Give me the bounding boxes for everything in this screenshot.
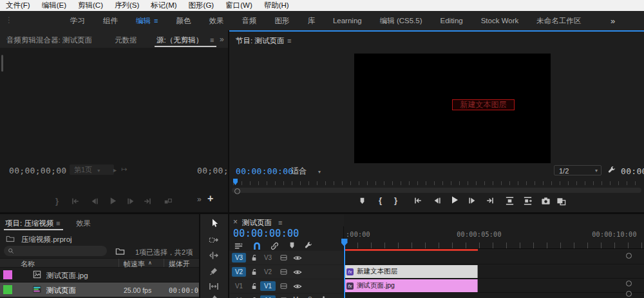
program-mini-ruler[interactable] <box>233 181 641 185</box>
tab-source-monitor[interactable]: 源:（无剪辑） <box>156 35 203 45</box>
menu-graphics[interactable]: 图形(G) <box>183 1 220 10</box>
source-step-back-button[interactable] <box>90 197 99 206</box>
page-jump-icon[interactable]: ↦ <box>121 165 127 174</box>
menu-help[interactable]: 帮助(H) <box>258 1 295 10</box>
timeline-position-timecode[interactable]: 00:00:00:00 <box>233 228 299 239</box>
snap-magnet-icon[interactable] <box>252 241 262 251</box>
track-target-v3[interactable]: V3 <box>260 253 276 263</box>
track-target-v1[interactable]: V1 <box>260 281 276 291</box>
workspace-graphics[interactable]: 图形 <box>265 16 298 26</box>
page-selector-dropdown[interactable]: 第1页▾ <box>70 164 114 175</box>
workspace-editing-active[interactable]: 编辑≡ <box>127 16 167 26</box>
slip-tool[interactable] <box>209 281 219 292</box>
item-name[interactable]: 测试页面 <box>46 286 76 295</box>
timeline-display-settings-icon[interactable] <box>234 241 243 251</box>
source-patch-v2[interactable]: V2 <box>232 267 246 277</box>
track-lock-icon[interactable] <box>250 282 258 290</box>
source-panel-menu-icon[interactable]: ≡ <box>210 36 214 44</box>
source-position-timecode[interactable]: 00;00;00;00 <box>9 166 66 175</box>
linked-selection-icon[interactable] <box>270 241 279 251</box>
tab-metadata[interactable]: 元数据 <box>115 35 137 45</box>
goto-out-button[interactable] <box>486 196 495 205</box>
column-separator[interactable] <box>164 259 164 267</box>
sort-ascending-icon[interactable]: ∧ <box>148 260 152 266</box>
sync-lock-icon[interactable] <box>279 268 288 276</box>
track-lock-icon[interactable] <box>250 253 258 262</box>
track-lane-v1[interactable]: fx 测试页面.jpg <box>344 279 644 293</box>
sync-lock-icon[interactable] <box>279 253 288 262</box>
export-frame-camera-button[interactable] <box>541 196 551 206</box>
tab-audio-clip-mixer[interactable]: 音频剪辑混合器: 测试页面 <box>6 35 92 45</box>
workspace-audio[interactable]: 音频 <box>232 16 265 26</box>
workspace-menu-icon[interactable]: ≡ <box>154 17 158 25</box>
workspace-color[interactable]: 颜色 <box>167 16 200 26</box>
track-visibility-eye-icon[interactable] <box>293 253 302 263</box>
program-position-timecode[interactable]: 00:00:00:00 <box>236 166 293 176</box>
playback-resolution-dropdown[interactable]: 1/2▾ <box>554 165 601 175</box>
page-next-icon[interactable]: ▸ <box>113 166 117 174</box>
project-item-row[interactable]: 测试页面.jpg <box>0 268 199 282</box>
column-separator[interactable] <box>118 259 119 267</box>
item-name[interactable]: 测试页面.jpg <box>46 271 88 281</box>
timeline-scroll-handle[interactable] <box>626 281 632 286</box>
tab-project[interactable]: 项目: 压缩视频 <box>5 219 53 228</box>
comparison-view-button[interactable] <box>556 196 566 206</box>
label-color-swatch[interactable] <box>3 285 12 294</box>
page-prev-icon[interactable]: ◂ <box>61 166 64 174</box>
timeline-panel-menu-icon[interactable]: ≡ <box>278 219 282 226</box>
menu-file[interactable]: 文件(F) <box>0 1 36 10</box>
clip-image[interactable]: fx 测试页面.jpg <box>344 279 478 292</box>
source-add-button[interactable]: + <box>207 193 213 204</box>
program-panel-menu-icon[interactable]: ≡ <box>287 37 291 45</box>
track-lane-v3[interactable] <box>344 251 644 264</box>
track-lock-icon[interactable] <box>250 268 258 276</box>
mark-out-button[interactable]: } <box>394 195 397 205</box>
voiceover-mic-icon[interactable] <box>319 295 328 298</box>
source-patch-a1[interactable]: A1 <box>232 295 246 298</box>
track-target-a1[interactable]: A1 <box>260 295 276 298</box>
timeline-scroll-handle[interactable] <box>626 291 632 297</box>
extract-button[interactable] <box>523 196 533 206</box>
mark-in-button[interactable]: { <box>379 195 382 205</box>
timeline-scroll-handle[interactable] <box>626 253 632 259</box>
source-patch-v1[interactable]: V1 <box>232 281 246 291</box>
step-back-button[interactable] <box>433 196 442 205</box>
timeline-add-marker-icon[interactable] <box>288 241 296 250</box>
source-mark-out-button[interactable]: } <box>55 196 59 206</box>
timeline-close-icon[interactable]: × <box>233 217 238 226</box>
workspace-learn[interactable]: 学习 <box>61 16 94 26</box>
pen-tool[interactable] <box>209 294 219 298</box>
project-item-row-selected[interactable]: 测试页面 25.00 fps 00:00:0 <box>0 283 199 297</box>
ripple-edit-tool[interactable] <box>209 250 219 261</box>
goto-in-button[interactable] <box>413 196 422 205</box>
source-tabs-overflow-icon[interactable]: » <box>220 35 224 44</box>
selected-text-layer[interactable]: 新建文本图层 <box>452 99 515 110</box>
source-overwrite-button[interactable] <box>164 197 173 206</box>
label-color-swatch[interactable] <box>3 270 12 279</box>
source-transport-overflow-icon[interactable]: » <box>197 195 202 204</box>
source-goto-in-button[interactable] <box>71 197 80 206</box>
workspace-edit-cs55[interactable]: 编辑 (CS5.5) <box>371 16 431 26</box>
track-target-v2[interactable]: V2 <box>260 267 276 277</box>
source-goto-out-button[interactable] <box>143 197 152 206</box>
project-panel-menu-icon[interactable]: ≡ <box>56 219 60 227</box>
zoom-level-dropdown[interactable]: 适合▾ <box>291 166 331 176</box>
clip-text-layer[interactable]: fx 新建文本图层 <box>344 265 478 278</box>
menu-sequence[interactable]: 序列(S) <box>109 1 145 10</box>
source-play-button[interactable] <box>108 196 118 206</box>
project-file-breadcrumb[interactable]: 压缩视频.prproj <box>21 235 72 244</box>
menu-edit[interactable]: 编辑(E) <box>36 1 72 10</box>
razor-tool[interactable] <box>209 266 219 276</box>
step-forward-button[interactable] <box>468 196 477 205</box>
program-settings-wrench-icon[interactable] <box>607 166 616 175</box>
workspace-editing-en[interactable]: Editing <box>431 17 472 25</box>
workspace-assembly[interactable]: 组件 <box>94 16 127 26</box>
workspace-stock-work[interactable]: Stock Work <box>472 17 528 25</box>
track-select-forward-tool[interactable] <box>209 235 219 245</box>
source-step-forward-button[interactable] <box>126 197 135 206</box>
workspace-learning[interactable]: Learning <box>324 17 371 25</box>
program-monitor-canvas[interactable]: 新建文本图层 <box>354 54 551 163</box>
selection-tool[interactable] <box>209 218 220 228</box>
workspace-unnamed[interactable]: 未命名工作区 <box>527 16 590 26</box>
track-visibility-eye-icon[interactable] <box>293 282 302 291</box>
